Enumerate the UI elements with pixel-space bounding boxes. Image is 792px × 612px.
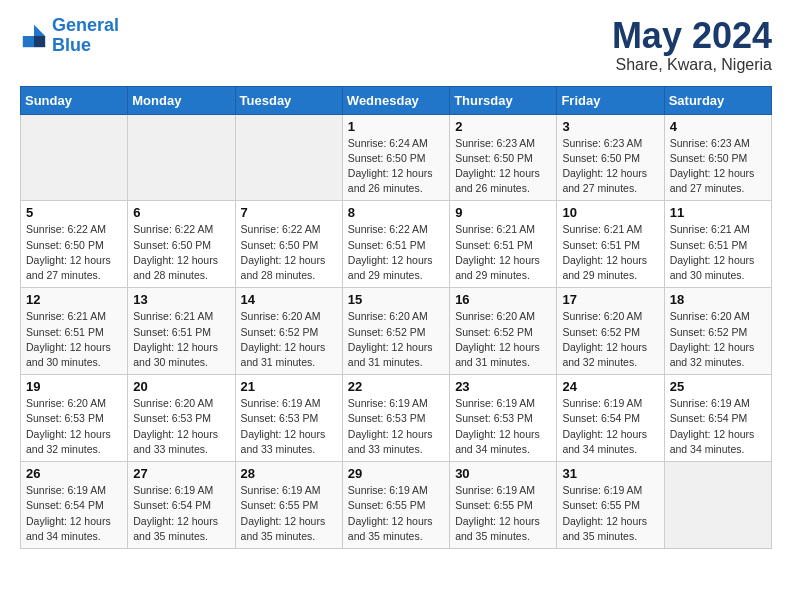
logo-text: GeneralBlue: [52, 16, 119, 56]
day-number: 16: [455, 292, 551, 307]
day-number: 24: [562, 379, 658, 394]
weekday-header-cell: Monday: [128, 86, 235, 114]
day-number: 12: [26, 292, 122, 307]
day-number: 17: [562, 292, 658, 307]
main-title: May 2024: [612, 16, 772, 56]
calendar-week-row: 5Sunrise: 6:22 AM Sunset: 6:50 PM Daylig…: [21, 201, 772, 288]
calendar-day-cell: 14Sunrise: 6:20 AM Sunset: 6:52 PM Dayli…: [235, 288, 342, 375]
calendar-day-cell: [235, 114, 342, 201]
calendar-week-row: 26Sunrise: 6:19 AM Sunset: 6:54 PM Dayli…: [21, 462, 772, 549]
svg-marker-0: [34, 25, 45, 36]
calendar-day-cell: 4Sunrise: 6:23 AM Sunset: 6:50 PM Daylig…: [664, 114, 771, 201]
day-number: 1: [348, 119, 444, 134]
day-info: Sunrise: 6:19 AM Sunset: 6:55 PM Dayligh…: [562, 483, 658, 544]
weekday-header-row: SundayMondayTuesdayWednesdayThursdayFrid…: [21, 86, 772, 114]
day-number: 28: [241, 466, 337, 481]
day-number: 31: [562, 466, 658, 481]
svg-marker-1: [34, 36, 45, 47]
subtitle: Share, Kwara, Nigeria: [612, 56, 772, 74]
calendar-day-cell: 10Sunrise: 6:21 AM Sunset: 6:51 PM Dayli…: [557, 201, 664, 288]
calendar-day-cell: 3Sunrise: 6:23 AM Sunset: 6:50 PM Daylig…: [557, 114, 664, 201]
calendar-day-cell: [664, 462, 771, 549]
weekday-header-cell: Sunday: [21, 86, 128, 114]
calendar-day-cell: 17Sunrise: 6:20 AM Sunset: 6:52 PM Dayli…: [557, 288, 664, 375]
day-number: 9: [455, 205, 551, 220]
day-info: Sunrise: 6:19 AM Sunset: 6:55 PM Dayligh…: [348, 483, 444, 544]
calendar-day-cell: 11Sunrise: 6:21 AM Sunset: 6:51 PM Dayli…: [664, 201, 771, 288]
day-number: 29: [348, 466, 444, 481]
day-number: 15: [348, 292, 444, 307]
weekday-header-cell: Saturday: [664, 86, 771, 114]
day-number: 13: [133, 292, 229, 307]
day-info: Sunrise: 6:20 AM Sunset: 6:52 PM Dayligh…: [348, 309, 444, 370]
calendar-day-cell: 1Sunrise: 6:24 AM Sunset: 6:50 PM Daylig…: [342, 114, 449, 201]
day-number: 20: [133, 379, 229, 394]
day-number: 2: [455, 119, 551, 134]
calendar-day-cell: 23Sunrise: 6:19 AM Sunset: 6:53 PM Dayli…: [450, 375, 557, 462]
day-info: Sunrise: 6:21 AM Sunset: 6:51 PM Dayligh…: [455, 222, 551, 283]
calendar-day-cell: 24Sunrise: 6:19 AM Sunset: 6:54 PM Dayli…: [557, 375, 664, 462]
calendar-day-cell: 19Sunrise: 6:20 AM Sunset: 6:53 PM Dayli…: [21, 375, 128, 462]
calendar-day-cell: 12Sunrise: 6:21 AM Sunset: 6:51 PM Dayli…: [21, 288, 128, 375]
day-info: Sunrise: 6:19 AM Sunset: 6:54 PM Dayligh…: [670, 396, 766, 457]
calendar-day-cell: 5Sunrise: 6:22 AM Sunset: 6:50 PM Daylig…: [21, 201, 128, 288]
day-number: 22: [348, 379, 444, 394]
day-number: 11: [670, 205, 766, 220]
day-info: Sunrise: 6:19 AM Sunset: 6:53 PM Dayligh…: [348, 396, 444, 457]
day-info: Sunrise: 6:20 AM Sunset: 6:53 PM Dayligh…: [133, 396, 229, 457]
day-info: Sunrise: 6:22 AM Sunset: 6:50 PM Dayligh…: [26, 222, 122, 283]
calendar-day-cell: 13Sunrise: 6:21 AM Sunset: 6:51 PM Dayli…: [128, 288, 235, 375]
calendar-day-cell: 22Sunrise: 6:19 AM Sunset: 6:53 PM Dayli…: [342, 375, 449, 462]
day-info: Sunrise: 6:19 AM Sunset: 6:53 PM Dayligh…: [455, 396, 551, 457]
calendar-day-cell: 18Sunrise: 6:20 AM Sunset: 6:52 PM Dayli…: [664, 288, 771, 375]
calendar-day-cell: 30Sunrise: 6:19 AM Sunset: 6:55 PM Dayli…: [450, 462, 557, 549]
calendar-day-cell: 28Sunrise: 6:19 AM Sunset: 6:55 PM Dayli…: [235, 462, 342, 549]
day-info: Sunrise: 6:19 AM Sunset: 6:55 PM Dayligh…: [241, 483, 337, 544]
calendar-day-cell: 7Sunrise: 6:22 AM Sunset: 6:50 PM Daylig…: [235, 201, 342, 288]
day-info: Sunrise: 6:19 AM Sunset: 6:54 PM Dayligh…: [133, 483, 229, 544]
calendar-day-cell: 27Sunrise: 6:19 AM Sunset: 6:54 PM Dayli…: [128, 462, 235, 549]
day-number: 18: [670, 292, 766, 307]
calendar-day-cell: 26Sunrise: 6:19 AM Sunset: 6:54 PM Dayli…: [21, 462, 128, 549]
calendar-day-cell: [21, 114, 128, 201]
calendar-day-cell: 16Sunrise: 6:20 AM Sunset: 6:52 PM Dayli…: [450, 288, 557, 375]
day-info: Sunrise: 6:19 AM Sunset: 6:54 PM Dayligh…: [26, 483, 122, 544]
day-number: 3: [562, 119, 658, 134]
calendar-week-row: 19Sunrise: 6:20 AM Sunset: 6:53 PM Dayli…: [21, 375, 772, 462]
calendar-day-cell: 31Sunrise: 6:19 AM Sunset: 6:55 PM Dayli…: [557, 462, 664, 549]
day-info: Sunrise: 6:22 AM Sunset: 6:50 PM Dayligh…: [241, 222, 337, 283]
day-info: Sunrise: 6:21 AM Sunset: 6:51 PM Dayligh…: [670, 222, 766, 283]
day-info: Sunrise: 6:24 AM Sunset: 6:50 PM Dayligh…: [348, 136, 444, 197]
day-number: 26: [26, 466, 122, 481]
calendar-day-cell: 6Sunrise: 6:22 AM Sunset: 6:50 PM Daylig…: [128, 201, 235, 288]
day-number: 27: [133, 466, 229, 481]
calendar-table: SundayMondayTuesdayWednesdayThursdayFrid…: [20, 86, 772, 549]
day-info: Sunrise: 6:23 AM Sunset: 6:50 PM Dayligh…: [670, 136, 766, 197]
day-info: Sunrise: 6:23 AM Sunset: 6:50 PM Dayligh…: [562, 136, 658, 197]
calendar-day-cell: 9Sunrise: 6:21 AM Sunset: 6:51 PM Daylig…: [450, 201, 557, 288]
logo-icon: [20, 22, 48, 50]
day-number: 7: [241, 205, 337, 220]
day-number: 14: [241, 292, 337, 307]
day-number: 8: [348, 205, 444, 220]
day-info: Sunrise: 6:23 AM Sunset: 6:50 PM Dayligh…: [455, 136, 551, 197]
day-info: Sunrise: 6:20 AM Sunset: 6:52 PM Dayligh…: [241, 309, 337, 370]
svg-marker-2: [23, 36, 34, 47]
title-block: May 2024 Share, Kwara, Nigeria: [612, 16, 772, 74]
day-number: 19: [26, 379, 122, 394]
day-info: Sunrise: 6:21 AM Sunset: 6:51 PM Dayligh…: [26, 309, 122, 370]
day-info: Sunrise: 6:22 AM Sunset: 6:51 PM Dayligh…: [348, 222, 444, 283]
day-number: 4: [670, 119, 766, 134]
calendar-week-row: 1Sunrise: 6:24 AM Sunset: 6:50 PM Daylig…: [21, 114, 772, 201]
weekday-header-cell: Friday: [557, 86, 664, 114]
day-info: Sunrise: 6:21 AM Sunset: 6:51 PM Dayligh…: [133, 309, 229, 370]
calendar-body: 1Sunrise: 6:24 AM Sunset: 6:50 PM Daylig…: [21, 114, 772, 548]
weekday-header-cell: Thursday: [450, 86, 557, 114]
calendar-day-cell: 8Sunrise: 6:22 AM Sunset: 6:51 PM Daylig…: [342, 201, 449, 288]
page-header: GeneralBlue May 2024 Share, Kwara, Niger…: [20, 16, 772, 74]
calendar-day-cell: 25Sunrise: 6:19 AM Sunset: 6:54 PM Dayli…: [664, 375, 771, 462]
day-info: Sunrise: 6:19 AM Sunset: 6:53 PM Dayligh…: [241, 396, 337, 457]
day-info: Sunrise: 6:22 AM Sunset: 6:50 PM Dayligh…: [133, 222, 229, 283]
day-info: Sunrise: 6:19 AM Sunset: 6:55 PM Dayligh…: [455, 483, 551, 544]
day-info: Sunrise: 6:19 AM Sunset: 6:54 PM Dayligh…: [562, 396, 658, 457]
